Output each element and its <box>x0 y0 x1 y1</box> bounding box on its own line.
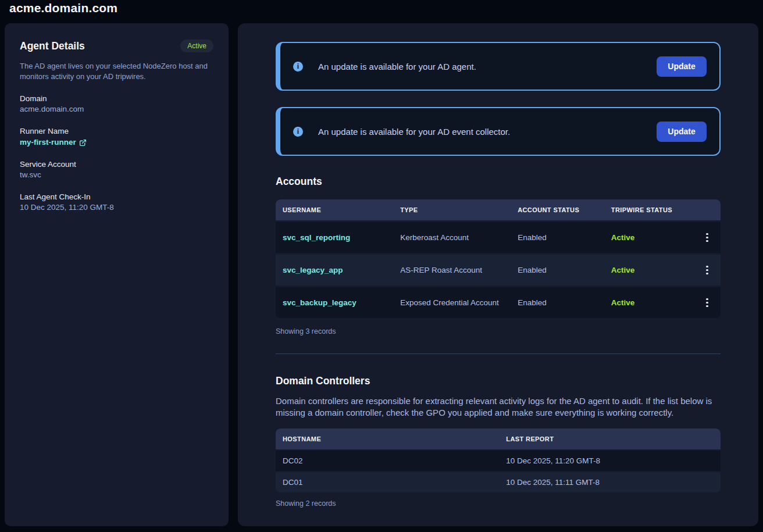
account-type: Kerberoast Account <box>400 233 518 242</box>
field-last-checkin-value: 10 Dec 2025, 11:20 GMT-8 <box>20 202 213 213</box>
page-title: acme.domain.com <box>9 1 117 15</box>
field-domain: Domain acme.domain.com <box>20 94 213 115</box>
agent-status-badge: Active <box>180 40 213 52</box>
col-hostname: HOSTNAME <box>276 435 506 442</box>
agent-update-button[interactable]: Update <box>657 56 707 77</box>
account-status: Enabled <box>518 233 611 242</box>
runner-name-link[interactable]: my-first-runner <box>20 137 87 148</box>
row-actions-kebab-icon[interactable] <box>703 262 712 279</box>
col-username: USERNAME <box>276 206 400 213</box>
collector-update-button[interactable]: Update <box>657 122 707 142</box>
col-last-report: LAST REPORT <box>506 435 721 442</box>
account-row: svc_sql_reporting Kerberoast Account Ena… <box>276 222 721 253</box>
dc-row: DC02 10 Dec 2025, 11:20 GMT-8 <box>276 451 721 471</box>
agent-details-header: Agent Details Active <box>20 40 213 52</box>
dc-hostname: DC01 <box>276 478 506 487</box>
field-runner-label: Runner Name <box>20 126 213 137</box>
account-status: Enabled <box>518 266 611 274</box>
accounts-table: USERNAME TYPE ACCOUNT STATUS TRIPWIRE ST… <box>276 199 721 318</box>
info-icon: i <box>293 127 303 137</box>
dc-last-report: 10 Dec 2025, 11:11 GMT-8 <box>506 478 721 487</box>
dc-table-header: HOSTNAME LAST REPORT <box>276 429 721 449</box>
domain-controllers-section-title: Domain Controllers <box>276 375 721 387</box>
dc-last-report: 10 Dec 2025, 11:20 GMT-8 <box>506 456 721 465</box>
account-row: svc_legacy_app AS-REP Roast Account Enab… <box>276 255 721 285</box>
account-type: AS-REP Roast Account <box>400 266 518 274</box>
tripwire-status: Active <box>611 298 694 307</box>
row-actions-kebab-icon[interactable] <box>703 230 712 246</box>
domain-controllers-table: HOSTNAME LAST REPORT DC02 10 Dec 2025, 1… <box>276 429 721 492</box>
section-divider <box>276 354 721 354</box>
col-type: TYPE <box>400 206 518 213</box>
account-type: Exposed Credential Account <box>400 298 518 307</box>
agent-description: The AD agent lives on your selected Node… <box>20 61 213 82</box>
alert-agent-update-message: An update is available for your AD agent… <box>318 62 476 72</box>
info-icon: i <box>293 62 303 72</box>
field-service-account-label: Service Account <box>20 159 213 170</box>
dc-row: DC01 10 Dec 2025, 11:11 GMT-8 <box>276 472 721 492</box>
col-account-status: ACCOUNT STATUS <box>518 206 611 213</box>
account-username-link[interactable]: svc_sql_reporting <box>276 233 400 242</box>
tripwire-status: Active <box>611 233 694 242</box>
external-link-icon <box>79 139 87 147</box>
tripwire-status: Active <box>611 266 694 274</box>
field-service-account-value: tw.svc <box>20 170 213 180</box>
field-last-checkin: Last Agent Check-In 10 Dec 2025, 11:20 G… <box>20 192 213 213</box>
alert-collector-update-message: An update is available for your AD event… <box>318 127 510 137</box>
account-row: svc_backup_legacy Exposed Credential Acc… <box>276 287 721 318</box>
field-domain-label: Domain <box>20 94 213 104</box>
account-username-link[interactable]: svc_backup_legacy <box>276 298 400 307</box>
main-panel: i An update is available for your AD age… <box>238 23 758 526</box>
accounts-section-title: Accounts <box>276 176 721 188</box>
runner-name-text: my-first-runner <box>20 137 76 148</box>
field-runner-name: Runner Name my-first-runner <box>20 126 213 148</box>
account-status: Enabled <box>518 298 611 307</box>
agent-details-title: Agent Details <box>20 40 85 52</box>
domain-controllers-description: Domain controllers are responsible for e… <box>276 395 721 419</box>
col-tripwire-status: TRIPWIRE STATUS <box>611 206 694 213</box>
field-domain-value: acme.domain.com <box>20 104 213 115</box>
accounts-table-header: USERNAME TYPE ACCOUNT STATUS TRIPWIRE ST… <box>276 199 721 220</box>
agent-details-panel: Agent Details Active The AD agent lives … <box>5 23 229 526</box>
field-last-checkin-label: Last Agent Check-In <box>20 192 213 202</box>
account-username-link[interactable]: svc_legacy_app <box>276 266 400 274</box>
alert-collector-update: i An update is available for your AD eve… <box>276 107 721 156</box>
row-actions-kebab-icon[interactable] <box>703 295 712 311</box>
dc-record-count: Showing 2 records <box>276 499 721 508</box>
field-service-account: Service Account tw.svc <box>20 159 213 180</box>
accounts-record-count: Showing 3 records <box>276 327 721 335</box>
dc-hostname: DC02 <box>276 456 506 465</box>
alert-agent-update: i An update is available for your AD age… <box>276 42 721 91</box>
